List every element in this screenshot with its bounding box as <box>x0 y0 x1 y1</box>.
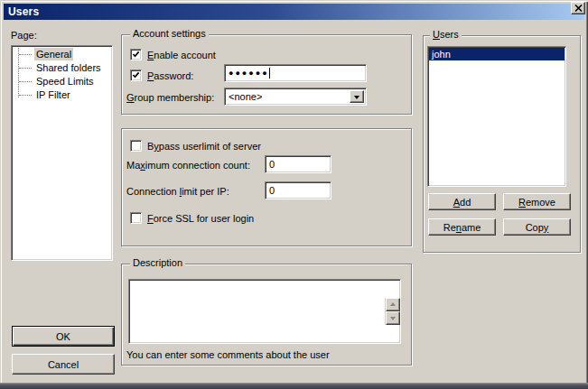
enable-account-label: Enable account <box>147 50 216 61</box>
connection-limit-per-ip-value: 0 <box>269 185 275 196</box>
users-dialog: Users Page: General Shared folders Speed… <box>0 0 588 389</box>
force-ssl-label: Force SSL for user login <box>147 213 254 225</box>
connection-limit-per-ip-label: Connection limit per IP: <box>126 186 229 198</box>
password-masked-value: ●●●●●● <box>229 66 269 80</box>
cancel-button[interactable]: Cancel <box>12 354 115 375</box>
check-icon <box>132 71 140 79</box>
scroll-up-button[interactable] <box>386 298 400 311</box>
arrow-up-icon <box>390 300 396 306</box>
enable-account-checkbox[interactable] <box>130 49 142 60</box>
rename-button[interactable]: Rename <box>428 218 496 236</box>
add-button[interactable]: Add <box>428 193 496 210</box>
connection-limit-per-ip-input[interactable]: 0 <box>265 181 331 199</box>
user-list-item[interactable]: john <box>429 48 565 60</box>
group-membership-value: <none> <box>229 91 262 102</box>
text-caret <box>269 68 270 79</box>
group-membership-label: Group membership: <box>126 92 214 104</box>
close-button[interactable] <box>571 2 585 14</box>
window-bottom-edge <box>0 383 588 389</box>
group-membership-select[interactable]: <none> <box>224 88 367 106</box>
tree-item-general[interactable]: General <box>12 48 112 61</box>
copy-button[interactable]: Copy <box>503 218 571 236</box>
title-bar: Users <box>4 4 584 20</box>
chevron-down-icon <box>354 96 359 102</box>
description-hint: You can enter some comments about the us… <box>126 349 330 361</box>
account-settings-title: Account settings <box>130 29 209 39</box>
force-ssl-checkbox[interactable] <box>130 212 142 224</box>
password-label: Password: <box>147 70 193 82</box>
max-connection-count-label: Maximum connection count: <box>126 160 250 171</box>
bypass-userlimit-checkbox[interactable] <box>130 140 142 152</box>
description-title: Description <box>130 258 185 268</box>
check-icon <box>132 51 140 59</box>
arrow-down-icon <box>390 317 396 323</box>
vertical-scrollbar[interactable] <box>385 298 400 325</box>
tree-item-shared-folders[interactable]: Shared folders <box>12 61 112 75</box>
window-title: Users <box>8 5 39 18</box>
tree-item-ip-filter[interactable]: IP Filter <box>12 88 112 102</box>
scroll-down-button[interactable] <box>386 311 400 325</box>
max-connection-count-value: 0 <box>269 159 275 170</box>
bypass-userlimit-label: Bypass userlimit of server <box>147 141 261 153</box>
users-list: john <box>427 46 566 187</box>
page-label: Page: <box>11 30 37 42</box>
description-textarea[interactable] <box>128 279 401 344</box>
close-icon <box>574 5 583 12</box>
page-tree: General Shared folders Speed Limits IP F… <box>11 45 113 261</box>
dropdown-button[interactable] <box>350 90 364 103</box>
users-group-title: Users <box>430 30 462 40</box>
remove-button[interactable]: Remove <box>503 193 571 210</box>
password-checkbox[interactable] <box>130 69 142 81</box>
tree-item-speed-limits[interactable]: Speed Limits <box>12 75 112 88</box>
ok-button[interactable]: OK <box>12 326 115 347</box>
password-input[interactable]: ●●●●●● <box>224 64 367 82</box>
max-connection-count-input[interactable]: 0 <box>265 155 331 173</box>
